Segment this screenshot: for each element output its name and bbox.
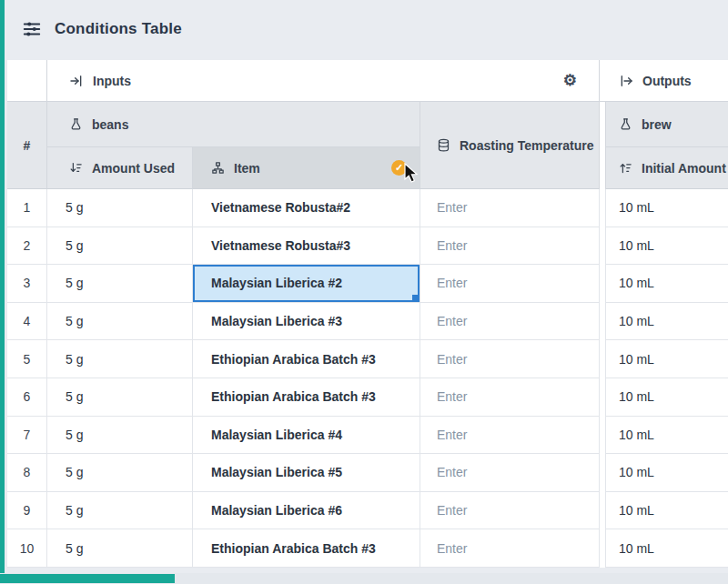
item-cell-selected[interactable]: Malaysian Liberica #2: [193, 265, 420, 303]
item-header[interactable]: Item ✓: [193, 147, 420, 189]
amount-used-cell[interactable]: 5 g: [47, 417, 193, 455]
roasting-temperature-cell[interactable]: Enter: [420, 378, 600, 417]
amount-used-cell[interactable]: 5 g: [47, 454, 193, 492]
row-index: 3: [7, 265, 47, 303]
initial-amount-cell[interactable]: 10 mL: [606, 340, 728, 378]
row-index: 1: [7, 189, 47, 227]
roasting-temperature-cell[interactable]: Enter: [420, 340, 600, 378]
item-cell[interactable]: Malaysian Liberica #5: [193, 454, 420, 492]
table-header: Inputs ⚙ Outputs # beans: [7, 60, 728, 189]
group-gap: [600, 60, 606, 102]
sort-icon: [69, 161, 83, 175]
amount-used-cell[interactable]: 5 g: [47, 189, 193, 227]
table-row: 8 5 g Malaysian Liberica #5 Enter 10 mL: [7, 454, 728, 492]
gear-icon[interactable]: ⚙: [563, 73, 577, 88]
column-gap: [600, 265, 606, 303]
table-row: 1 5 g Vietnamese Robusta#2 Enter 10 mL: [7, 189, 728, 227]
amount-used-header[interactable]: Amount Used: [47, 147, 193, 189]
table-row: 5 5 g Ethiopian Arabica Batch #3 Enter 1…: [7, 340, 728, 378]
column-gap: [600, 227, 606, 266]
index-column-header: #: [7, 102, 47, 189]
conditions-table: Inputs ⚙ Outputs # beans: [7, 60, 728, 568]
initial-amount-header[interactable]: Initial Amount: [606, 147, 728, 189]
header-corner: [7, 60, 47, 102]
roasting-temperature-cell[interactable]: Enter: [420, 189, 600, 227]
app-header: Conditions Table: [0, 0, 728, 58]
item-cell[interactable]: Malaysian Liberica #4: [193, 417, 420, 455]
amount-used-cell[interactable]: 5 g: [47, 378, 193, 417]
roasting-temperature-cell[interactable]: Enter: [420, 303, 600, 341]
filter-menu-icon[interactable]: [22, 19, 42, 39]
outputs-label: Outputs: [642, 74, 692, 88]
roasting-temperature-cell[interactable]: Enter: [420, 417, 600, 455]
row-index: 8: [7, 454, 47, 492]
inputs-group-header[interactable]: Inputs ⚙: [47, 60, 600, 102]
log-in-icon: [69, 74, 84, 88]
outputs-group-header[interactable]: Outputs: [606, 60, 728, 102]
table-row: 2 5 g Vietnamese Robusta#3 Enter 10 mL: [7, 227, 728, 266]
left-accent-bar: [0, 0, 5, 584]
amount-used-cell[interactable]: 5 g: [47, 303, 193, 341]
table-row: 6 5 g Ethiopian Arabica Batch #3 Enter 1…: [7, 378, 728, 417]
item-cell[interactable]: Malaysian Liberica #6: [193, 492, 420, 530]
amount-used-cell[interactable]: 5 g: [47, 340, 193, 378]
beans-group-header[interactable]: beans: [47, 102, 420, 147]
column-gap: [600, 529, 606, 568]
row-index: 7: [7, 417, 47, 455]
initial-amount-label: Initial Amount: [642, 161, 726, 176]
item-cell[interactable]: Malaysian Liberica #3: [193, 303, 420, 341]
amount-used-cell[interactable]: 5 g: [47, 265, 193, 303]
roasting-temperature-cell[interactable]: Enter: [420, 227, 600, 266]
group-gap: [600, 102, 606, 189]
initial-amount-cell[interactable]: 10 mL: [606, 417, 728, 455]
initial-amount-cell[interactable]: 10 mL: [606, 303, 728, 341]
table-row: 9 5 g Malaysian Liberica #6 Enter 10 mL: [7, 492, 728, 530]
table-row: 7 5 g Malaysian Liberica #4 Enter 10 mL: [7, 417, 728, 455]
database-icon: [437, 138, 450, 152]
log-out-icon: [619, 74, 633, 88]
roasting-temperature-cell[interactable]: Enter: [420, 454, 600, 492]
hierarchy-icon: [211, 161, 225, 175]
initial-amount-cell[interactable]: 10 mL: [606, 265, 728, 303]
amount-used-cell[interactable]: 5 g: [47, 227, 193, 266]
scrollbar-thumb[interactable]: [0, 574, 175, 583]
row-index: 9: [7, 492, 47, 530]
brew-group-header[interactable]: brew: [606, 102, 728, 147]
roasting-temperature-cell[interactable]: Enter: [420, 529, 600, 568]
roasting-temperature-cell[interactable]: Enter: [420, 265, 600, 303]
initial-amount-cell[interactable]: 10 mL: [606, 227, 728, 266]
item-label: Item: [234, 161, 260, 176]
beans-label: beans: [92, 117, 128, 132]
item-cell[interactable]: Ethiopian Arabica Batch #3: [193, 529, 420, 568]
initial-amount-cell[interactable]: 10 mL: [606, 378, 728, 417]
initial-amount-cell[interactable]: 10 mL: [606, 529, 728, 568]
initial-amount-cell[interactable]: 10 mL: [606, 189, 728, 227]
row-index: 10: [7, 529, 47, 568]
roasting-temperature-header[interactable]: Roasting Temperature: [420, 102, 600, 189]
initial-amount-cell[interactable]: 10 mL: [606, 492, 728, 530]
inputs-label: Inputs: [93, 74, 131, 88]
column-gap: [600, 189, 606, 227]
item-cell[interactable]: Vietnamese Robusta#3: [193, 227, 420, 266]
amount-used-cell[interactable]: 5 g: [47, 529, 193, 568]
flask-icon: [69, 117, 83, 131]
horizontal-scrollbar[interactable]: [0, 573, 728, 584]
amount-used-cell[interactable]: 5 g: [47, 492, 193, 530]
amount-used-label: Amount Used: [92, 161, 175, 176]
table-row: 10 5 g Ethiopian Arabica Batch #3 Enter …: [7, 529, 728, 568]
roasting-temperature-label: Roasting Temperature: [460, 138, 594, 153]
row-index: 6: [7, 378, 47, 417]
sort-icon: [619, 161, 632, 175]
column-gap: [600, 378, 606, 417]
item-cell[interactable]: Ethiopian Arabica Batch #3: [193, 378, 420, 417]
column-gap: [600, 340, 606, 378]
initial-amount-cell[interactable]: 10 mL: [606, 454, 728, 492]
item-cell[interactable]: Ethiopian Arabica Batch #3: [193, 340, 420, 378]
validated-check-badge[interactable]: ✓: [391, 160, 407, 176]
table-row: 4 5 g Malaysian Liberica #3 Enter 10 mL: [7, 303, 728, 341]
column-gap: [600, 454, 606, 492]
column-gap: [600, 492, 606, 530]
item-cell[interactable]: Vietnamese Robusta#2: [193, 189, 420, 227]
row-index: 5: [7, 340, 47, 378]
roasting-temperature-cell[interactable]: Enter: [420, 492, 600, 530]
